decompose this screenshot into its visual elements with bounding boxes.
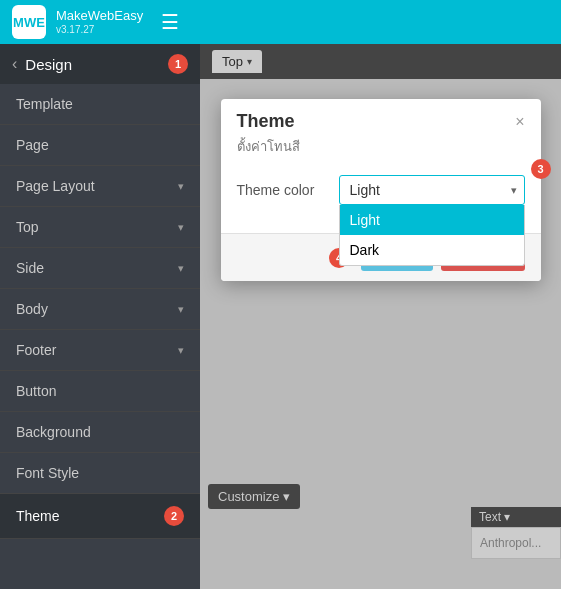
app-logo: MWE bbox=[12, 5, 46, 39]
sidebar-item-button[interactable]: Button bbox=[0, 371, 200, 412]
theme-color-select-wrapper: Light ▾ Light Dark bbox=[339, 175, 525, 205]
sidebar-item-top[interactable]: Top ▾ bbox=[0, 207, 200, 248]
content-area: Top ▾ Theme × ตั้งค่าโทนสี 3 Theme color bbox=[200, 44, 561, 589]
sidebar-design-label: Design bbox=[25, 56, 72, 73]
modal-subtitle: ตั้งค่าโทนสี bbox=[221, 136, 541, 167]
theme-color-row: Theme color Light ▾ Light Dark bbox=[237, 175, 525, 205]
dropdown-item-light[interactable]: Light bbox=[340, 205, 524, 235]
sidebar-item-theme[interactable]: Theme 2 bbox=[0, 494, 200, 539]
theme-dropdown-list: Light Dark bbox=[339, 205, 525, 266]
sidebar-item-page[interactable]: Page bbox=[0, 125, 200, 166]
sidebar-item-template[interactable]: Template bbox=[0, 84, 200, 125]
theme-modal: Theme × ตั้งค่าโทนสี 3 Theme color Light bbox=[221, 99, 541, 281]
back-icon[interactable]: ‹ bbox=[12, 55, 17, 73]
badge-3: 3 bbox=[531, 159, 551, 179]
main-layout: ‹ Design 1 Template Page Page Layout ▾ T… bbox=[0, 44, 561, 589]
modal-overlay: Theme × ตั้งค่าโทนสี 3 Theme color Light bbox=[200, 44, 561, 589]
sidebar-item-page-layout[interactable]: Page Layout ▾ bbox=[0, 166, 200, 207]
sidebar-item-footer[interactable]: Footer ▾ bbox=[0, 330, 200, 371]
sidebar-item-font-style[interactable]: Font Style bbox=[0, 453, 200, 494]
badge-1: 1 bbox=[168, 54, 188, 74]
modal-body: Theme color Light ▾ Light Dark bbox=[221, 167, 541, 233]
topbar: MWE MakeWebEasy v3.17.27 ☰ bbox=[0, 0, 561, 44]
chevron-down-icon: ▾ bbox=[178, 262, 184, 275]
sidebar-item-background[interactable]: Background bbox=[0, 412, 200, 453]
app-title: MakeWebEasy v3.17.27 bbox=[56, 8, 143, 36]
sidebar-item-body[interactable]: Body ▾ bbox=[0, 289, 200, 330]
hamburger-icon[interactable]: ☰ bbox=[161, 10, 179, 34]
theme-color-label: Theme color bbox=[237, 182, 327, 198]
chevron-down-icon: ▾ bbox=[178, 221, 184, 234]
sidebar-header: ‹ Design 1 bbox=[0, 44, 200, 84]
dropdown-item-dark[interactable]: Dark bbox=[340, 235, 524, 265]
chevron-down-icon: ▾ bbox=[178, 303, 184, 316]
sidebar-item-side[interactable]: Side ▾ bbox=[0, 248, 200, 289]
sidebar: ‹ Design 1 Template Page Page Layout ▾ T… bbox=[0, 44, 200, 589]
theme-color-select[interactable]: Light bbox=[339, 175, 525, 205]
chevron-down-icon: ▾ bbox=[178, 180, 184, 193]
close-icon[interactable]: × bbox=[515, 113, 524, 131]
badge-2: 2 bbox=[164, 506, 184, 526]
modal-header: Theme × bbox=[221, 99, 541, 136]
chevron-down-icon: ▾ bbox=[178, 344, 184, 357]
modal-title: Theme bbox=[237, 111, 295, 132]
